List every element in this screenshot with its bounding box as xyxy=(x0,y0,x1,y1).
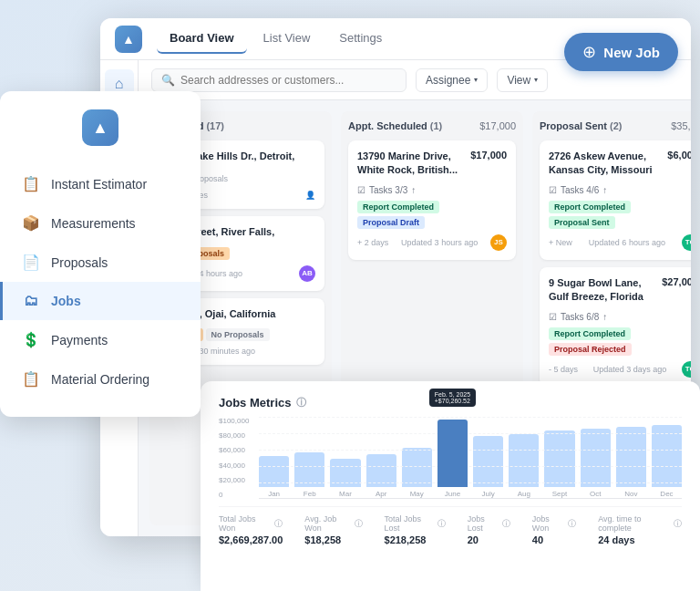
bar-label: Oct xyxy=(590,490,601,498)
footer-days: + 2 days xyxy=(357,238,388,247)
bar-label: May xyxy=(410,490,424,498)
footer-days: - 5 days xyxy=(549,365,578,374)
card-footer: - 5 days Updated 3 days ago TC xyxy=(549,361,691,378)
card-badges: Report Completed Proposal Sent xyxy=(549,201,691,229)
sidebar-item-payments[interactable]: 💲 Payments xyxy=(0,320,201,359)
card-tasks: ☑ Tasks 3/3 ↑ xyxy=(357,185,507,195)
stat-label: Total Jobs Won ⓘ xyxy=(219,514,283,533)
col-title-proposal: Proposal Sent (2) xyxy=(540,120,622,131)
search-input[interactable] xyxy=(180,74,396,87)
stat-avg-time: Avg. time to complete ⓘ 24 days xyxy=(598,514,682,545)
search-box[interactable]: 🔍 xyxy=(151,68,407,92)
y-label: $100,000 xyxy=(219,417,249,425)
sidebar-label-jobs: Jobs xyxy=(51,294,81,308)
col-header-appt: Appt. Scheduled (1) $17,000 xyxy=(348,119,516,133)
bar xyxy=(402,448,432,487)
sidebar-item-measurements[interactable]: 📦 Measurements xyxy=(0,203,201,243)
estimator-icon: 📋 xyxy=(22,175,40,192)
y-label: $80,000 xyxy=(219,431,249,440)
stat-label: Total Jobs Lost ⓘ xyxy=(385,514,446,533)
avatar: JS xyxy=(490,234,507,251)
badge-proposal-draft: Proposal Draft xyxy=(357,216,425,229)
bar xyxy=(581,429,611,487)
tab-settings[interactable]: Settings xyxy=(326,24,395,54)
sidebar-label-proposals: Proposals xyxy=(51,255,108,270)
stat-label: Jobs Lost ⓘ xyxy=(468,514,510,533)
bar-label: June xyxy=(445,490,460,498)
chevron-down-icon: ▾ xyxy=(474,76,478,84)
col-price-proposal: $35,000 xyxy=(671,120,691,131)
info-icon: ⓘ xyxy=(355,518,363,530)
avatar: TC xyxy=(682,234,691,251)
stat-value: 40 xyxy=(532,534,576,545)
bar-label: Apr xyxy=(376,490,386,498)
arrow-icon: ↑ xyxy=(602,312,607,322)
badge-report-2: Report Completed xyxy=(549,327,631,340)
stat-value: $18,258 xyxy=(304,534,362,545)
card-footer: + New Updated 6 hours ago TC xyxy=(549,234,691,251)
stat-value: $218,258 xyxy=(385,534,446,545)
chevron-down-icon-2: ▾ xyxy=(534,76,538,84)
footer-updated: Updated 6 hours ago xyxy=(589,238,665,247)
y-label: $20,000 xyxy=(219,476,249,484)
stat-total-jobs-won: Total Jobs Won ⓘ $2,669,287.00 xyxy=(219,514,283,545)
new-job-button[interactable]: ⊕ New Job xyxy=(564,33,678,71)
bar-label: Sept xyxy=(552,490,567,498)
arrow-icon: ↑ xyxy=(602,185,607,195)
avatar: AB xyxy=(299,265,315,282)
stat-label: Avg. Job Won ⓘ xyxy=(304,514,362,533)
y-label: $40,000 xyxy=(219,461,249,470)
stat-label: Avg. time to complete ⓘ xyxy=(598,514,682,533)
measurements-icon: 📦 xyxy=(22,214,40,232)
y-label: 0 xyxy=(219,491,249,499)
bar-jan: Jan xyxy=(259,456,289,498)
floating-sidebar: ▲ 📋 Instant Estimator 📦 Measurements 📄 P… xyxy=(0,91,201,417)
card-tasks: ☑ Tasks 4/6 ↑ xyxy=(549,185,691,195)
footer-new: + New xyxy=(549,238,572,247)
sidebar-item-instant-estimator[interactable]: 📋 Instant Estimator xyxy=(0,164,201,203)
arrow-icon: ↑ xyxy=(411,185,416,195)
proposals-icon: 📄 xyxy=(22,254,40,271)
sidebar-item-material-ordering[interactable]: 📋 Material Ordering xyxy=(0,359,201,399)
bar-label: Aug xyxy=(518,490,530,498)
footer-updated: Updated 3 hours ago xyxy=(401,238,478,247)
stat-value: $2,669,287.00 xyxy=(219,534,283,545)
card-badges: Report Completed Proposal Draft xyxy=(357,201,507,229)
bar-apr: Apr xyxy=(366,454,396,498)
bar xyxy=(652,425,682,487)
sidebar-label-material: Material Ordering xyxy=(51,372,149,387)
tab-list-view[interactable]: List View xyxy=(251,24,324,54)
bar-nov: Nov xyxy=(616,427,646,498)
sidebar-item-proposals[interactable]: 📄 Proposals xyxy=(0,243,201,282)
plus-icon: ⊕ xyxy=(582,42,596,62)
info-icon: ⓘ xyxy=(296,396,306,410)
badge-report: Report Completed xyxy=(549,201,631,213)
bar-chart: Jan Feb Mar Apr May Feb. 5, 2025+$ xyxy=(259,417,682,499)
bar xyxy=(438,420,468,487)
bar xyxy=(509,434,539,487)
nav-logo: ▲ xyxy=(115,26,142,53)
tab-board-view[interactable]: Board View xyxy=(157,24,247,54)
stat-jobs-lost: Jobs Lost ⓘ 20 xyxy=(468,514,510,545)
card-price: $17,000 xyxy=(470,150,507,161)
table-row[interactable]: $17,000 13790 Marine Drive, White Rock, … xyxy=(348,140,516,260)
card-badges: Report Completed Proposal Rejected xyxy=(549,327,691,356)
badge-no-proposals-2: No Proposals xyxy=(206,328,270,341)
info-icon: ⓘ xyxy=(674,518,682,530)
bar-feb: Feb xyxy=(294,452,324,498)
chart-tooltip: Feb. 5, 2025+$70,260.52 xyxy=(429,389,476,407)
sidebar-item-jobs[interactable]: 🗂 Jobs xyxy=(0,282,201,320)
view-filter[interactable]: View ▾ xyxy=(497,68,548,92)
table-row[interactable]: $6,000 2726 Askew Avenue, Kansas City, M… xyxy=(540,140,691,260)
metrics-panel: Jobs Metrics ⓘ $100,000 $80,000 $60,000 … xyxy=(201,381,700,591)
jobs-icon: 🗂 xyxy=(22,293,40,309)
stat-value: 24 days xyxy=(598,534,682,545)
table-row[interactable]: $27,000 9 Sugar Bowl Lane, Gulf Breeze, … xyxy=(540,267,691,387)
avatar: TC xyxy=(682,361,691,378)
assignee-filter[interactable]: Assignee ▾ xyxy=(416,68,488,92)
bar-june: Feb. 5, 2025+$70,260.52 June xyxy=(438,420,468,498)
card-tasks: ☑ Tasks 6/8 ↑ xyxy=(549,312,691,322)
bar-label: Jan xyxy=(268,490,280,498)
bar xyxy=(544,430,574,487)
bar xyxy=(473,436,503,487)
